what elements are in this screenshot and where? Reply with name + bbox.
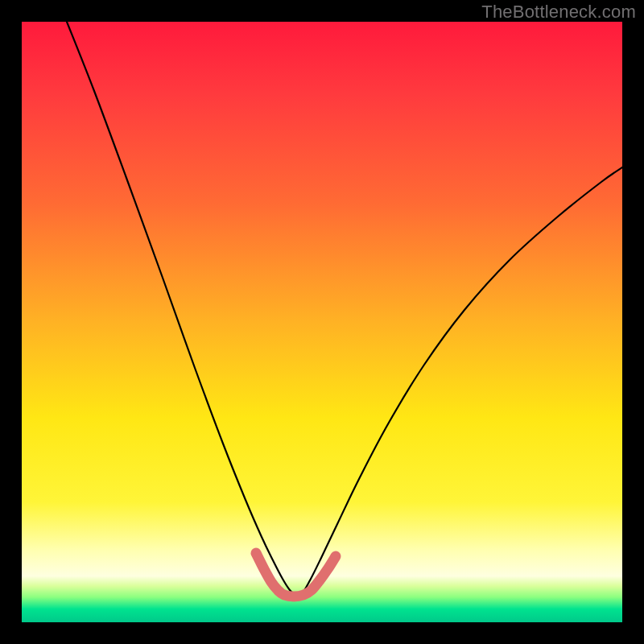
gradient-bg — [22, 22, 622, 622]
chart-svg — [22, 22, 622, 622]
watermark-label: TheBottleneck.com — [481, 2, 636, 23]
chart-frame — [22, 22, 622, 622]
